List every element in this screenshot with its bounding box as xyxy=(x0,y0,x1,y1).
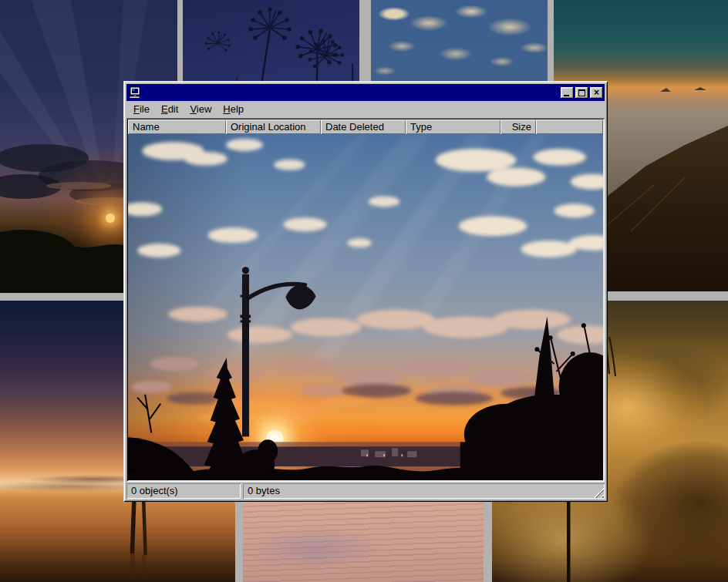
column-header-size[interactable]: Size xyxy=(501,119,536,134)
column-header-name[interactable]: Name xyxy=(128,119,226,134)
menu-file[interactable]: File xyxy=(128,102,156,117)
sunset-lamp-photo xyxy=(128,134,603,480)
status-objects: 0 object(s) xyxy=(126,483,241,499)
menu-bar: File Edit View Help xyxy=(126,101,605,118)
folder-background-photo xyxy=(128,134,603,480)
recycle-bin-window: × File Edit View Help Name Original Loca… xyxy=(123,81,608,502)
column-header-blank[interactable] xyxy=(536,119,603,134)
maximize-button[interactable] xyxy=(575,87,588,99)
minimize-icon xyxy=(564,95,569,96)
close-icon: × xyxy=(594,88,599,97)
menu-help[interactable]: Help xyxy=(217,102,250,117)
maximize-icon xyxy=(578,89,585,96)
minimize-button[interactable] xyxy=(561,87,574,99)
status-bar: 0 object(s) 0 bytes xyxy=(126,482,605,499)
window-controls: × xyxy=(559,87,603,99)
status-bytes-text: 0 bytes xyxy=(248,485,280,496)
titlebar[interactable]: × xyxy=(126,84,605,101)
menu-view[interactable]: View xyxy=(184,102,217,117)
close-button[interactable]: × xyxy=(590,87,603,99)
computer-icon xyxy=(129,86,141,99)
column-headers: Name Original Location Date Deleted Type… xyxy=(128,119,603,134)
list-view[interactable]: Name Original Location Date Deleted Type… xyxy=(126,118,605,482)
column-header-original-location[interactable]: Original Location xyxy=(226,119,321,134)
menu-edit[interactable]: Edit xyxy=(156,102,184,117)
status-bytes-panel: 0 bytes xyxy=(243,483,605,499)
desktop: { "window": { "title": "", "icon": "comp… xyxy=(0,0,728,582)
column-header-type[interactable]: Type xyxy=(406,119,501,134)
column-header-date-deleted[interactable]: Date Deleted xyxy=(321,119,406,134)
